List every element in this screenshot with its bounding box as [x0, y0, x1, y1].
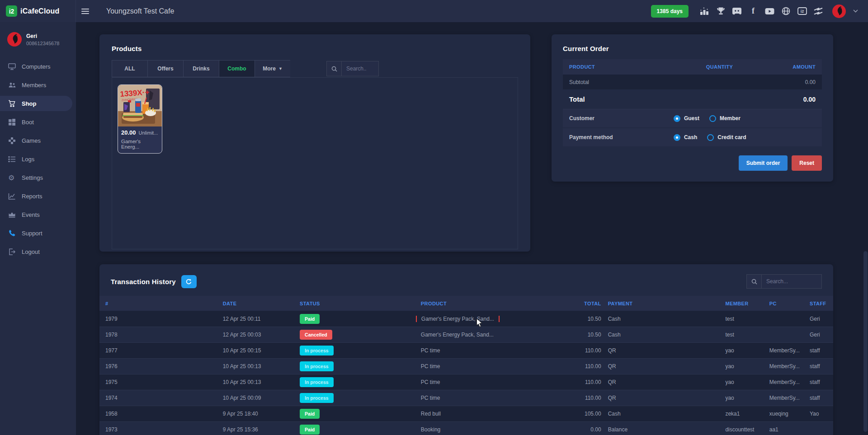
- reset-button[interactable]: Reset: [792, 155, 822, 171]
- sidebar-item-members[interactable]: Members: [0, 77, 72, 93]
- total-label: Total: [569, 95, 673, 103]
- youtube-icon[interactable]: [764, 6, 774, 16]
- table-row[interactable]: 1979 12 Apr 25 00:11 Paid Gamer's Energy…: [99, 311, 833, 327]
- radio-selected-icon: [674, 134, 680, 141]
- table-row[interactable]: 1978 12 Apr 25 00:03 Cancelled Gamer's E…: [99, 327, 833, 342]
- product-price: 20.00: [121, 129, 136, 136]
- payment-credit-card-radio[interactable]: Credit card: [707, 134, 746, 141]
- sidebar-item-logs[interactable]: Logs: [0, 151, 72, 167]
- cell-id: 1975: [99, 379, 217, 385]
- sidebar-item-label: Boot: [22, 119, 34, 126]
- hamburger-menu-icon[interactable]: [81, 7, 89, 15]
- user-avatar-small[interactable]: [7, 32, 22, 47]
- tab-drinks[interactable]: Drinks: [183, 60, 219, 77]
- order-subtotal-row: Subtotal 0.00: [563, 75, 822, 89]
- sidebar-item-logout[interactable]: Logout: [0, 244, 72, 259]
- tab-all[interactable]: ALL: [112, 60, 147, 77]
- refresh-icon: [185, 278, 192, 285]
- cafe-title: Youngzsoft Test Cafe: [106, 7, 174, 15]
- table-row[interactable]: 1974 10 Apr 25 00:09 In process PC time …: [99, 390, 833, 406]
- sidebar-item-label: Support: [22, 230, 42, 237]
- table-row[interactable]: 1975 10 Apr 25 00:13 In process PC time …: [99, 374, 833, 390]
- cell-member: yao: [719, 395, 763, 401]
- current-order-title: Current Order: [563, 45, 822, 52]
- cell-staff: staff: [804, 379, 833, 385]
- refresh-button[interactable]: [181, 275, 197, 288]
- transaction-history-panel: Transaction History # DATE STATUS PRODUC…: [99, 264, 833, 435]
- cell-total: 110.00: [566, 347, 602, 354]
- user-avatar[interactable]: [832, 5, 846, 18]
- cell-payment: QR: [602, 363, 720, 370]
- cell-pc: MemberSy...: [764, 379, 804, 385]
- sidebar-item-support[interactable]: Support: [0, 225, 72, 241]
- table-row[interactable]: 1976 10 Apr 25 00:13 In process PC time …: [99, 358, 833, 374]
- cell-member: yao: [719, 347, 763, 354]
- page-scrollbar[interactable]: [863, 251, 868, 432]
- cell-pc: MemberSy...: [764, 395, 804, 401]
- cell-status: Cancelled: [294, 330, 415, 340]
- cell-member: test: [719, 316, 763, 322]
- submit-order-button[interactable]: Submit order: [739, 155, 788, 171]
- status-badge: Paid: [300, 425, 320, 435]
- cell-staff: Yao: [804, 411, 833, 417]
- radio-selected-icon: [674, 115, 680, 122]
- cell-payment: Balance: [602, 426, 720, 433]
- customer-member-radio[interactable]: Member: [709, 115, 741, 122]
- globe-icon[interactable]: [781, 6, 791, 16]
- sidebar-item-boot[interactable]: Boot: [0, 114, 72, 130]
- table-row[interactable]: 1973 9 Apr 25 15:36 Paid Booking 0.00 Ba…: [99, 421, 833, 435]
- cell-date: 9 Apr 25 18:40: [217, 411, 294, 417]
- sidebar-item-shop[interactable]: Shop: [0, 96, 72, 111]
- cell-id: 1958: [99, 411, 217, 417]
- product-image: 1339X·+ ZHNQBRAB: [118, 85, 162, 126]
- cell-pc: aa1: [764, 426, 804, 433]
- cell-total: 110.00: [566, 379, 602, 385]
- table-row[interactable]: 1977 10 Apr 25 00:15 In process PC time …: [99, 342, 833, 358]
- cell-staff: staff: [804, 395, 833, 401]
- layers-icon[interactable]: [813, 6, 823, 16]
- product-card-gamers-energy[interactable]: 1339X·+ ZHNQBRAB: [118, 84, 162, 154]
- cell-product: PC time: [415, 347, 566, 354]
- status-badge: In process: [300, 377, 334, 387]
- topbar: i2 iCafeCloud Youngzsoft Test Cafe 1385 …: [0, 0, 868, 22]
- tab-offers[interactable]: Offers: [147, 60, 183, 77]
- main-content: Products ALL Offers Drinks Combo More▼: [76, 22, 868, 435]
- customer-guest-radio[interactable]: Guest: [674, 115, 699, 122]
- sidebar-item-reports[interactable]: Reports: [0, 188, 72, 204]
- tab-more[interactable]: More▼: [255, 60, 290, 77]
- products-search-input[interactable]: [342, 61, 379, 76]
- gear-icon: ⚙: [8, 174, 16, 182]
- cell-total: 105.00: [566, 411, 602, 417]
- chevron-down-icon[interactable]: [853, 9, 858, 13]
- cell-id: 1976: [99, 363, 217, 370]
- cell-id: 1973: [99, 426, 217, 433]
- discord-icon[interactable]: [732, 6, 742, 16]
- sidebar-item-computers[interactable]: Computers: [0, 59, 72, 74]
- cell-member: zeka1: [719, 411, 763, 417]
- transactions-search-input[interactable]: [762, 274, 822, 289]
- sidebar-item-settings[interactable]: ⚙ Settings: [0, 170, 72, 185]
- status-badge: Paid: [300, 314, 320, 324]
- cell-payment: Cash: [602, 316, 720, 322]
- total-value: 0.00: [766, 96, 816, 103]
- gamepad-icon: [8, 137, 16, 145]
- facebook-icon[interactable]: f: [748, 6, 758, 16]
- icafe-card-icon[interactable]: i2: [797, 6, 807, 16]
- cell-member: discounttest: [719, 426, 763, 433]
- table-row[interactable]: 1958 9 Apr 25 18:40 Paid Red bull 105.00…: [99, 406, 833, 421]
- trophy-icon[interactable]: [716, 6, 726, 16]
- cell-status: In process: [294, 361, 415, 371]
- sidebar-user: Geri 008612345678: [0, 28, 76, 56]
- tab-combo[interactable]: Combo: [219, 60, 255, 77]
- brand: i2 iCafeCloud: [0, 0, 76, 22]
- customer-label: Customer: [569, 115, 673, 122]
- ranking-icon[interactable]: [699, 6, 709, 16]
- subscription-days-badge[interactable]: 1385 days: [651, 5, 689, 18]
- cell-status: Paid: [294, 425, 415, 435]
- sidebar-item-games[interactable]: Games: [0, 133, 72, 148]
- sidebar-item-events[interactable]: Events: [0, 207, 72, 222]
- cell-total: 0.00: [566, 426, 602, 433]
- status-badge: In process: [300, 393, 334, 403]
- cell-product: Booking: [415, 426, 566, 433]
- payment-cash-radio[interactable]: Cash: [674, 134, 697, 141]
